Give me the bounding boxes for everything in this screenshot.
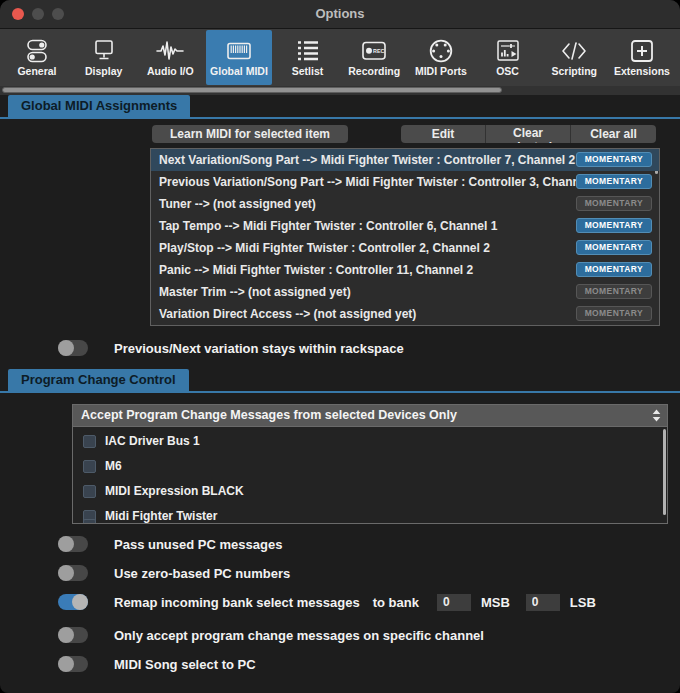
momentary-badge[interactable]: MOMENTARY [576, 152, 652, 167]
global-midi-assignments-tabrow: Global MIDI Assignments [0, 95, 680, 119]
toolbar-item-general[interactable]: General [6, 30, 68, 85]
assignment-text: Variation Direct Access --> (not assigne… [159, 307, 416, 321]
device-checkbox-partial[interactable] [83, 519, 96, 523]
toolbar: GeneralDisplayAudio I/OGlobal MIDISetlis… [0, 29, 680, 86]
device-row[interactable]: IAC Driver Bus 1 [83, 434, 200, 448]
device-list-scrollbar[interactable] [663, 429, 666, 515]
select-stepper-icon [652, 409, 661, 422]
toolbar-item-setlist[interactable]: Setlist [277, 30, 339, 85]
pass-unused-pc-messages-row: Pass unused PC messages [58, 535, 282, 553]
midi-song-select-to-pc-row: MIDI Song select to PC [58, 655, 256, 673]
assignment-row[interactable]: Next Variation/Song Part --> Midi Fighte… [151, 149, 659, 171]
edit-button[interactable]: Edit [401, 125, 486, 143]
device-label: IAC Driver Bus 1 [105, 434, 200, 448]
toggles-icon [22, 39, 52, 63]
lsb-label: LSB [570, 595, 596, 610]
plus-box-icon [627, 39, 657, 63]
midi-din-icon [426, 39, 456, 63]
svg-text:REC: REC [373, 48, 384, 54]
toggle-knob [58, 565, 74, 581]
rec-button-icon: REC [359, 39, 389, 63]
toolbar-horizontal-scrollbar[interactable] [0, 86, 680, 95]
assignments-button-row: Learn MIDI for selected item EditClear s… [0, 125, 680, 143]
device-checkbox[interactable] [83, 460, 96, 473]
to-bank-label: to bank [373, 595, 419, 610]
momentary-badge[interactable]: MOMENTARY [576, 284, 652, 299]
toolbar-item-label: Extensions [614, 65, 670, 77]
momentary-badge[interactable]: MOMENTARY [576, 196, 652, 211]
pc-device-filter-select[interactable]: Accept Program Change Messages from sele… [73, 405, 667, 427]
assignment-text: Tuner --> (not assigned yet) [159, 197, 316, 211]
toolbar-item-label: Scripting [551, 65, 597, 77]
mixer-icon [493, 39, 523, 63]
toolbar-item-label: General [17, 65, 56, 77]
remap-incoming-bank-select-messages-toggle[interactable] [58, 594, 88, 610]
assignment-row[interactable]: Tap Tempo --> Midi Fighter Twister : Con… [151, 215, 659, 237]
tab-program-change-control[interactable]: Program Change Control [8, 369, 189, 391]
only-accept-program-change-messages-on-s-toggle[interactable] [58, 627, 88, 643]
assignment-row[interactable]: Previous Variation/Song Part --> Midi Fi… [151, 171, 659, 193]
toggle-knob [58, 340, 74, 356]
midi-song-select-to-pc-toggle[interactable] [58, 656, 88, 672]
clear-selected-button[interactable]: Clear selected [486, 125, 571, 143]
momentary-badge[interactable]: MOMENTARY [576, 306, 652, 321]
toolbar-item-midi-ports[interactable]: MIDI Ports [410, 30, 472, 85]
assignment-row[interactable]: Tuner --> (not assigned yet)MOMENTARY [151, 193, 659, 215]
toolbar-item-audio-i-o[interactable]: Audio I/O [139, 30, 201, 85]
msb-label: MSB [481, 595, 510, 610]
toolbar-item-label: Setlist [292, 65, 324, 77]
midi-keyboard-icon [224, 39, 254, 63]
assignment-row[interactable]: Variation Direct Access --> (not assigne… [151, 303, 659, 325]
assignments-segmented-control: EditClear selectedClear all [401, 125, 656, 143]
toolbar-item-global-midi[interactable]: Global MIDI [206, 30, 272, 85]
pc-device-list: IAC Driver Bus 1M6MIDI Expression BLACKM… [73, 427, 667, 523]
momentary-badge[interactable]: MOMENTARY [576, 174, 652, 189]
device-checkbox[interactable] [83, 435, 96, 448]
device-row[interactable]: MIDI Expression BLACK [83, 484, 244, 498]
pass-unused-pc-messages-label: Pass unused PC messages [114, 537, 282, 552]
device-row[interactable]: M6 [83, 459, 122, 473]
assignment-row[interactable]: Play/Stop --> Midi Fighter Twister : Con… [151, 237, 659, 259]
remap-incoming-bank-select-messages-row: Remap incoming bank select messagesto ba… [58, 593, 596, 611]
window-title: Options [0, 0, 680, 28]
device-row[interactable]: Midi Fighter Twister [83, 509, 217, 523]
clear-all-button[interactable]: Clear all [571, 125, 656, 143]
rackspace-stays-toggle[interactable] [58, 340, 88, 356]
assignment-text: Tap Tempo --> Midi Fighter Twister : Con… [159, 219, 497, 233]
midi-song-select-to-pc-label: MIDI Song select to PC [114, 657, 256, 672]
momentary-badge[interactable]: MOMENTARY [576, 262, 652, 277]
tab-global-midi-assignments[interactable]: Global MIDI Assignments [8, 95, 190, 117]
toolbar-item-scripting[interactable]: Scripting [543, 30, 605, 85]
momentary-badge[interactable]: MOMENTARY [576, 240, 652, 255]
toolbar-item-label: MIDI Ports [415, 65, 467, 77]
titlebar: Options [0, 0, 680, 29]
toolbar-item-recording[interactable]: RECRecording [343, 30, 405, 85]
momentary-badge[interactable]: MOMENTARY [576, 218, 652, 233]
toggle-knob [58, 656, 74, 672]
toolbar-item-osc[interactable]: OSC [477, 30, 539, 85]
assignment-text: Next Variation/Song Part --> Midi Fighte… [159, 153, 575, 167]
program-change-device-box: Accept Program Change Messages from sele… [72, 404, 668, 524]
toolbar-item-label: Audio I/O [147, 65, 194, 77]
device-label: M6 [105, 459, 122, 473]
bank-lsb-input[interactable] [526, 594, 560, 611]
assignment-text: Play/Stop --> Midi Fighter Twister : Con… [159, 241, 490, 255]
pc-device-filter-value: Accept Program Change Messages from sele… [81, 408, 457, 422]
scrollbar-thumb[interactable] [2, 87, 502, 93]
toggle-knob [72, 594, 88, 610]
assignment-text: Previous Variation/Song Part --> Midi Fi… [159, 175, 600, 189]
assignment-row[interactable]: Master Trim --> (not assigned yet)MOMENT… [151, 281, 659, 303]
toolbar-item-extensions[interactable]: Extensions [610, 30, 674, 85]
toolbar-item-display[interactable]: Display [73, 30, 135, 85]
toggle-knob [58, 627, 74, 643]
bank-msb-input[interactable] [437, 594, 471, 611]
device-checkbox[interactable] [83, 485, 96, 498]
toolbar-item-label: OSC [496, 65, 519, 77]
midi-assignments-list: Next Variation/Song Part --> Midi Fighte… [150, 148, 660, 326]
learn-midi-button[interactable]: Learn MIDI for selected item [152, 125, 348, 143]
pass-unused-pc-messages-toggle[interactable] [58, 536, 88, 552]
assignment-row[interactable]: Panic --> Midi Fighter Twister : Control… [151, 259, 659, 281]
toggle-knob [58, 536, 74, 552]
remap-incoming-bank-select-messages-label: Remap incoming bank select messages [114, 595, 360, 610]
use-zero-based-pc-numbers-toggle[interactable] [58, 565, 88, 581]
